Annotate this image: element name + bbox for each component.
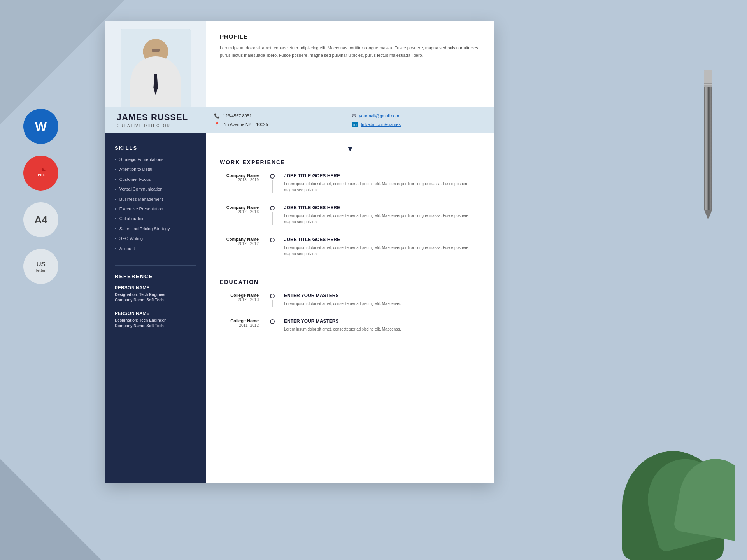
format-icons: W PDF A4 US letter [23, 109, 58, 284]
skill-item: Customer Focus [115, 177, 196, 182]
location-icon: 📍 [214, 122, 220, 127]
edu-line-2 [272, 326, 273, 332]
contact-phone: 📞 123-4567 8951 [214, 113, 344, 119]
edu-left-2: College Name 2011- 2012 [220, 318, 267, 332]
name-section: JAMES RUSSEL CREATIVE DIRECTOR [117, 112, 206, 128]
ref-designation-2: Designation: Tech Engineer [115, 318, 196, 322]
reference-person-2: PERSON NAME Designation: Tech Engineer C… [115, 311, 196, 328]
linkedin-link: linkedin.com/s.james [361, 122, 401, 127]
work-right-3: JOBE TITLE GOES HERE Lorem ipsum dolor s… [278, 237, 480, 257]
resume-sidebar: SKILLS Strategic Fomentations Attention … [105, 133, 206, 483]
timeline-dot-1 [270, 174, 275, 178]
word-icon[interactable]: W [23, 109, 58, 144]
timeline-line-1 [272, 180, 273, 193]
degree-1: ENTER YOUR MASTERS [284, 293, 480, 298]
job-desc-3: Lorem ipsum dolor sit amet, consectetuer… [284, 245, 480, 257]
edu-left-1: College Name 2012 - 2013 [220, 293, 267, 307]
skill-item: Collaboration [115, 216, 196, 222]
skill-item: SEO Writing [115, 236, 196, 242]
candidate-photo [121, 29, 191, 107]
work-item-1: Company Name 2018 - 2019 JOBE TITLE GOES… [220, 173, 480, 193]
job-title-1: JOBE TITLE GOES HERE [284, 173, 480, 178]
work-years-2: 2012 - 2016 [220, 210, 259, 214]
work-left-1: Company Name 2018 - 2019 [220, 173, 267, 193]
edu-dot-col-2 [267, 318, 278, 332]
ref-name-2: PERSON NAME [115, 311, 196, 316]
timeline-dot-col-1 [267, 173, 278, 193]
a4-icon[interactable]: A4 [23, 202, 58, 237]
company-name-1: Company Name [220, 173, 259, 178]
edu-desc-2: Lorem ipsum dolor sit amet, consectetuer… [284, 326, 480, 332]
resume-body: SKILLS Strategic Fomentations Attention … [105, 133, 494, 483]
college-name-2: College Name [220, 318, 259, 323]
timeline-icon: ▼ [220, 145, 480, 153]
work-years-3: 2012 - 2012 [220, 242, 259, 246]
timeline-dot-2 [270, 206, 275, 210]
work-years-1: 2018 - 2019 [220, 178, 259, 182]
job-desc-1: Lorem ipsum dolor sit amet, consectetuer… [284, 181, 480, 193]
pen-decoration [700, 70, 716, 233]
svg-text:PDF: PDF [38, 173, 45, 177]
timeline-dot-col-3 [267, 237, 278, 257]
contact-info: 📞 123-4567 8951 ✉ yourmail@gmail.com 📍 7… [206, 113, 482, 127]
ref-designation-1: Designation: Tech Engineer [115, 292, 196, 297]
contact-linkedin: in linkedin.com/s.james [352, 122, 482, 127]
timeline-line-2 [272, 212, 273, 225]
edu-right-2: ENTER YOUR MASTERS Lorem ipsum dolor sit… [278, 318, 480, 332]
skill-item: Account [115, 246, 196, 252]
edu-line-1 [272, 300, 273, 307]
us-letter-icon[interactable]: US letter [23, 249, 58, 284]
skill-item: Business Management [115, 196, 196, 202]
company-name-3: Company Name [220, 237, 259, 242]
degree-2: ENTER YOUR MASTERS [284, 318, 480, 324]
plant-decoration [611, 439, 735, 560]
timeline-line-3 [272, 244, 273, 257]
edu-right-1: ENTER YOUR MASTERS Lorem ipsum dolor sit… [278, 293, 480, 307]
college-name-1: College Name [220, 293, 259, 298]
skill-item: Verbal Communication [115, 186, 196, 192]
work-experience-heading: WORK EXPERIENCE [220, 159, 480, 165]
profile-heading: PROFILE [220, 33, 480, 40]
resume-container: PROFILE Lorem ipsum dolor sit amet, cons… [105, 21, 494, 483]
resume-header: PROFILE Lorem ipsum dolor sit amet, cons… [105, 21, 494, 107]
education-heading: EDUCATION [220, 279, 480, 285]
edu-dot-2 [270, 319, 275, 324]
work-right-2: JOBE TITLE GOES HERE Lorem ipsum dolor s… [278, 205, 480, 225]
work-item-3: Company Name 2012 - 2012 JOBE TITLE GOES… [220, 237, 480, 257]
contact-email: ✉ yourmail@gmail.com [352, 113, 482, 119]
reference-person-1: PERSON NAME Designation: Tech Engineer C… [115, 285, 196, 302]
ref-name-1: PERSON NAME [115, 285, 196, 290]
job-desc-2: Lorem ipsum dolor sit amet, consectetuer… [284, 213, 480, 225]
bg-shape-bottom [0, 459, 101, 560]
job-title-3: JOBE TITLE GOES HERE [284, 237, 480, 242]
edu-item-1: College Name 2012 - 2013 ENTER YOUR MAST… [220, 293, 480, 307]
skill-item: Executive Presentation [115, 206, 196, 212]
edu-dot-col-1 [267, 293, 278, 307]
skills-list: Strategic Fomentations Attention to Deta… [115, 157, 196, 252]
edu-years-1: 2012 - 2013 [220, 298, 259, 302]
work-left-3: Company Name 2012 - 2012 [220, 237, 267, 257]
edu-years-2: 2011- 2012 [220, 323, 259, 327]
profile-section: PROFILE Lorem ipsum dolor sit amet, cons… [206, 21, 494, 107]
work-item-2: Company Name 2012 - 2016 JOBE TITLE GOES… [220, 205, 480, 225]
skill-item: Strategic Fomentations [115, 157, 196, 163]
section-divider [220, 269, 480, 269]
education-section: EDUCATION College Name 2012 - 2013 ENTER… [220, 279, 480, 332]
photo-section [105, 21, 206, 107]
edu-desc-1: Lorem ipsum dolor sit amet, consectetuer… [284, 301, 480, 307]
job-title-2: JOBE TITLE GOES HERE [284, 205, 480, 210]
skill-item: Sales and Pricing Strategy [115, 226, 196, 232]
timeline-dot-col-2 [267, 205, 278, 225]
edu-item-2: College Name 2011- 2012 ENTER YOUR MASTE… [220, 318, 480, 332]
ref-company-2: Company Name: Soft Tech [115, 324, 196, 328]
phone-icon: 📞 [214, 113, 220, 119]
edu-dot-1 [270, 294, 275, 298]
reference-heading: REFERENCE [115, 273, 196, 279]
skill-item: Attention to Detail [115, 166, 196, 172]
email-link: yourmail@gmail.com [359, 114, 399, 118]
sidebar-divider [115, 265, 196, 266]
work-left-2: Company Name 2012 - 2016 [220, 205, 267, 225]
skills-heading: SKILLS [115, 145, 196, 151]
work-right-1: JOBE TITLE GOES HERE Lorem ipsum dolor s… [278, 173, 480, 193]
pdf-icon[interactable]: PDF [23, 156, 58, 191]
